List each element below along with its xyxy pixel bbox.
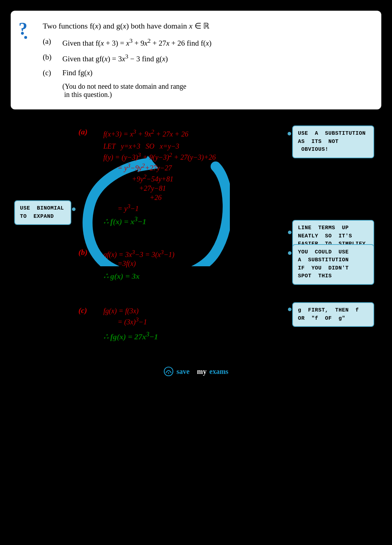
sol-a-final: ∴ f(x) = x3−1 — [103, 215, 381, 226]
footer-my: my — [197, 367, 207, 376]
question-icon: ? — [18, 20, 34, 39]
sol-label-a: (a) — [78, 127, 103, 139]
question-note: (You do not need to state domain and ran… — [62, 82, 367, 99]
sol-b-answer: ∴ g(x) = 3x — [103, 272, 140, 281]
sol-a-simplified: = y3−1 — [118, 203, 381, 213]
svg-point-3 — [164, 367, 173, 376]
annotation-fg-order: g FIRST, THEN fOR "f OF g" — [292, 302, 374, 327]
sol-a-fy: f(y) = (y−3)3 + 9(y−3)2 + 27(y−3)+26 — [103, 151, 381, 161]
footer: save my exams — [0, 356, 392, 387]
part-label-a: (a) — [43, 37, 62, 46]
sol-a-substitution: LET y=x+3 SO x=y−3 f(y) = (y−3)3 + 9(y−3… — [103, 142, 381, 213]
part-label-c: (c) — [43, 68, 62, 77]
question-content: Two functions f(x) and g(x) both have do… — [43, 21, 367, 99]
sol-a-let: LET y=x+3 SO x=y−3 — [103, 142, 381, 150]
footer-logo: save my exams — [11, 366, 381, 376]
svg-point-1 — [24, 36, 27, 39]
annotation-binomial: USE BINOMIALTO EXPAND — [14, 200, 71, 225]
sol-c-lines: fg(x) = f(3x) = (3x)3−1 — [103, 306, 147, 327]
sol-c-final: ∴ fg(x) = 27x3−1 — [103, 331, 381, 341]
sol-c-line1: fg(x) = f(3x) — [103, 307, 147, 315]
question-box: ? Two functions f(x) and g(x) both have … — [11, 11, 381, 109]
annotation-b-dot — [288, 251, 292, 255]
svg-text:?: ? — [19, 20, 27, 38]
question-part-a: (a) Given that f(x + 3) = x3 + 9x2 + 27x… — [43, 37, 367, 48]
sol-label-c: (c) — [78, 306, 103, 327]
part-text-b: Given that gf(x) = 3x3 − 3 find g(x) — [62, 53, 367, 63]
sol-a-expand3: +27y−81 — [139, 184, 381, 192]
annotation-binomial-dot — [72, 207, 76, 211]
sol-a-expand4: +26 — [150, 194, 381, 202]
sol-a-line1: f(x+3) = x3 + 9x2 + 27x + 26 — [103, 128, 189, 138]
annotation-line-terms-dot — [288, 231, 292, 234]
sol-a-answer: ∴ f(x) = x3−1 — [103, 217, 146, 226]
solution-area: USE A SUBSTITUTIONAS ITS NOT OBVIOUS! US… — [0, 109, 392, 356]
sol-c-line2: = (3x)3−1 — [118, 316, 147, 326]
logo-icon — [164, 366, 174, 376]
solution-part-c: g FIRST, THEN fOR "f OF g" (c) fg(x) = f… — [11, 299, 381, 349]
part-text-c: Find fg(x) — [62, 68, 367, 77]
footer-save: save — [176, 367, 190, 376]
question-title: Two functions f(x) and g(x) both have do… — [43, 21, 367, 31]
question-part-b: (b) Given that gf(x) = 3x3 − 3 find g(x) — [43, 53, 367, 63]
part-label-b: (b) — [43, 53, 62, 62]
part-a-content: (a) f(x+3) = x3 + 9x2 + 27x + 26 LET y=x… — [78, 127, 381, 226]
sol-c-answer: ∴ fg(x) = 27x3−1 — [103, 332, 158, 341]
part-text-a: Given that f(x + 3) = x3 + 9x2 + 27x + 2… — [62, 37, 367, 48]
svg-point-4 — [168, 372, 169, 374]
solution-part-a: USE A SUBSTITUTIONAS ITS NOT OBVIOUS! US… — [11, 117, 381, 230]
question-part-c: (c) Find fg(x) — [43, 68, 367, 77]
sol-a-expand2: +9y2−54y+81 — [132, 173, 381, 183]
annotation-substitution-b: YOU COULD USEA SUBSTITUTIONIF YOU DIDN'T… — [292, 244, 374, 285]
sol-a-expand1: = y3−9y2+27y−27 — [118, 162, 381, 172]
footer-exams: exams — [210, 367, 228, 376]
